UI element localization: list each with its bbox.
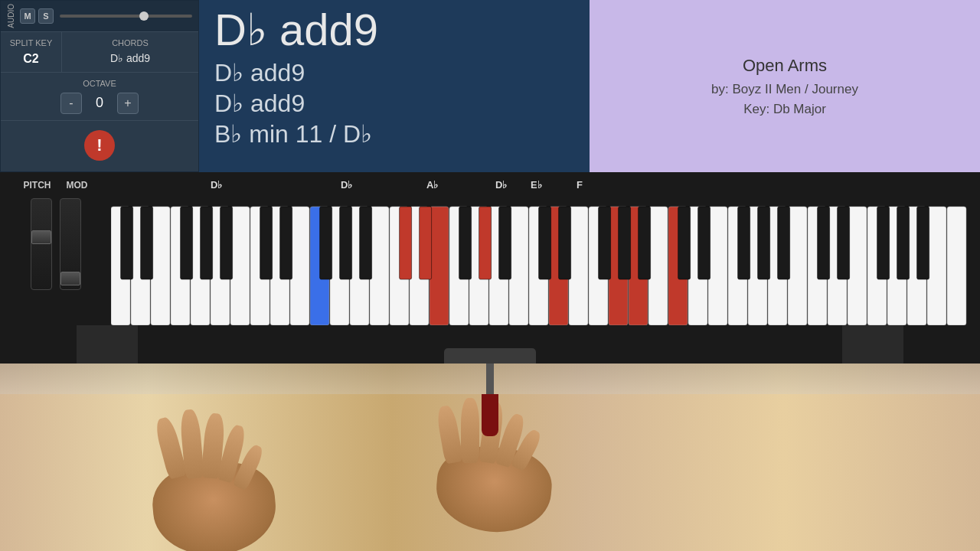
chords-section: CHORDS D♭ add9 <box>62 32 198 72</box>
chord-item-1: D♭ add9 <box>214 58 574 87</box>
pitch-slider-thumb <box>31 230 51 244</box>
mod-label: MOD <box>67 180 88 191</box>
octave-minus-button[interactable]: - <box>60 93 82 114</box>
split-key-label: SPLIT KEY <box>7 38 55 47</box>
right-finger-2 <box>461 398 479 463</box>
chord-item-2: D♭ add9 <box>214 89 574 118</box>
svg-rect-67 <box>778 207 790 279</box>
m-s-buttons: M S <box>20 8 54 24</box>
svg-rect-43 <box>121 207 133 279</box>
svg-rect-13 <box>370 207 389 325</box>
svg-rect-48 <box>260 207 273 279</box>
left-panel: AUDIO M S SPLIT KEY C2 CHORDS D♭ add9 OC… <box>0 0 199 172</box>
song-title: Open Arms <box>743 56 827 76</box>
note-label-db2: D♭ <box>341 179 352 191</box>
chord-display: D♭ add9 D♭ add9 D♭ add9 B♭ min 11 / D♭ <box>199 0 590 172</box>
svg-rect-41 <box>927 207 946 325</box>
split-chords-row: SPLIT KEY C2 CHORDS D♭ add9 <box>1 32 198 73</box>
current-chord-large: D♭ add9 <box>214 8 574 52</box>
pitch-slider[interactable] <box>31 198 52 290</box>
svg-rect-27 <box>648 207 668 325</box>
svg-rect-60 <box>599 207 611 279</box>
svg-rect-68 <box>818 207 830 279</box>
alert-section: ! <box>1 121 198 170</box>
octave-section: OCTAVE - 0 + <box>1 73 198 121</box>
mod-slider[interactable] <box>60 198 81 290</box>
piano-container: D♭ D♭ A♭ D♭ E♭ F // This runs after DOM … <box>111 172 980 325</box>
svg-rect-45 <box>181 207 193 279</box>
svg-rect-30 <box>708 207 727 325</box>
svg-rect-51 <box>340 207 352 279</box>
svg-rect-55 <box>459 207 472 279</box>
svg-rect-61 <box>619 207 631 279</box>
octave-plus-button[interactable]: + <box>117 93 139 114</box>
svg-rect-66 <box>758 207 770 279</box>
svg-rect-72 <box>917 207 929 279</box>
octave-controls: - 0 + <box>7 93 192 114</box>
svg-rect-47 <box>220 207 233 279</box>
svg-rect-42 <box>947 207 966 325</box>
svg-rect-63 <box>678 207 691 279</box>
svg-rect-58 <box>539 207 551 279</box>
pedal-connector <box>444 348 536 364</box>
svg-rect-57 <box>499 207 511 279</box>
pitch-label: PITCH <box>24 180 51 191</box>
svg-rect-23 <box>569 207 588 325</box>
piano-top-bar <box>0 325 980 364</box>
octave-value: 0 <box>88 95 111 111</box>
svg-rect-16 <box>430 207 449 325</box>
piano-wood-body <box>0 364 980 551</box>
note-label-f: F <box>577 179 583 191</box>
split-key-value: C2 <box>7 52 55 66</box>
note-label-db1: D♭ <box>211 179 222 191</box>
svg-rect-62 <box>639 207 651 279</box>
audio-controls: AUDIO M S <box>1 1 198 32</box>
song-artist: by: Boyz II Men / Journey <box>711 82 858 97</box>
chord-list: D♭ add9 D♭ add9 B♭ min 11 / D♭ <box>214 58 574 148</box>
svg-rect-34 <box>788 207 807 325</box>
svg-rect-2 <box>151 207 170 325</box>
chords-value: D♭ add9 <box>68 52 192 64</box>
pitch-mod-controls: PITCH MOD <box>0 172 111 325</box>
svg-rect-6 <box>230 207 250 325</box>
svg-rect-70 <box>877 207 890 279</box>
chord-item-3: B♭ min 11 / D♭ <box>214 119 574 148</box>
svg-rect-9 <box>290 207 309 325</box>
note-label-eb: E♭ <box>531 179 542 191</box>
m-button[interactable]: M <box>20 8 35 24</box>
piano-right-bracket <box>842 325 903 364</box>
top-section: AUDIO M S SPLIT KEY C2 CHORDS D♭ add9 OC… <box>0 0 980 172</box>
octave-label: OCTAVE <box>7 79 192 88</box>
volume-slider-thumb[interactable] <box>139 11 149 21</box>
chords-label: CHORDS <box>68 38 192 47</box>
audio-label: AUDIO <box>7 4 15 28</box>
svg-rect-64 <box>698 207 710 279</box>
piano-section: PITCH MOD D♭ D♭ A♭ D♭ E♭ F // T <box>0 172 980 325</box>
pitch-mod-sliders <box>31 198 81 290</box>
svg-rect-46 <box>201 207 213 279</box>
volume-slider[interactable] <box>60 15 192 18</box>
note-label-ab: A♭ <box>426 179 438 191</box>
svg-rect-50 <box>320 207 332 279</box>
piano-left-bracket <box>77 325 138 364</box>
note-labels: D♭ D♭ A♭ D♭ E♭ F <box>111 172 980 197</box>
svg-rect-37 <box>848 207 867 325</box>
svg-rect-65 <box>738 207 750 279</box>
svg-rect-53 <box>400 207 412 279</box>
song-key: Key: Db Major <box>743 102 826 117</box>
alert-icon[interactable]: ! <box>84 130 115 161</box>
svg-rect-20 <box>509 207 528 325</box>
svg-rect-56 <box>479 207 492 279</box>
svg-rect-69 <box>838 207 850 279</box>
song-info: Open Arms by: Boyz II Men / Journey Key:… <box>590 0 980 172</box>
right-finger-1 <box>436 404 464 464</box>
s-button[interactable]: S <box>38 8 54 24</box>
pedal-foot <box>482 394 498 436</box>
svg-rect-44 <box>141 207 153 279</box>
svg-rect-71 <box>897 207 910 279</box>
svg-rect-54 <box>420 207 432 279</box>
split-key-section: SPLIT KEY C2 <box>1 32 62 72</box>
pitch-mod-labels: PITCH MOD <box>24 180 88 191</box>
piano-body-section <box>0 325 980 551</box>
piano-keys-svg: // This runs after DOM load <box>111 197 980 325</box>
